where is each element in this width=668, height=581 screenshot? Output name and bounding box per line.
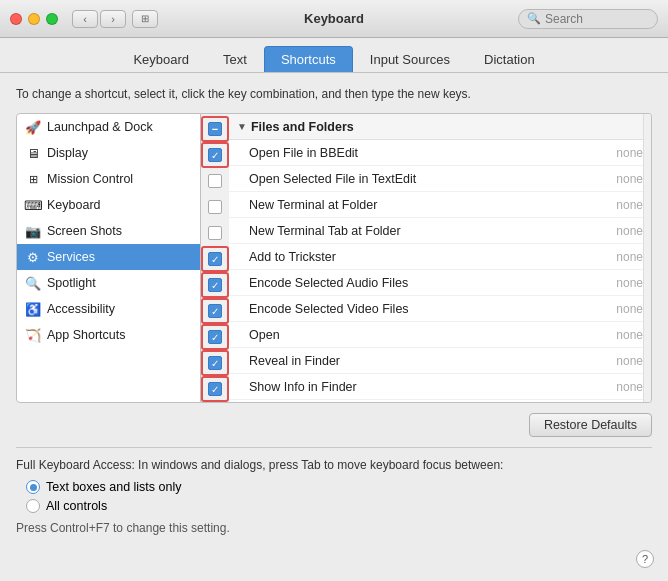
launchpad-icon: 🚀 [25,119,41,135]
forward-button[interactable]: › [100,10,126,28]
shortcut-label-0: Open File in BBEdit [249,146,616,160]
shortcut-row-7[interactable]: Open none [229,322,651,348]
checkbox-row-3[interactable] [201,220,229,246]
sidebar-label-screenshots: Screen Shots [47,224,122,238]
services-icon: ⚙ [25,249,41,265]
checkbox-row-6[interactable]: ✓ [201,298,229,324]
scrollbar[interactable] [643,114,651,402]
shortcut-list: ▼ Files and Folders Open File in BBEdit … [229,113,652,403]
control-hint: Press Control+F7 to change this setting. [16,521,652,535]
shortcut-section-header[interactable]: ▼ Files and Folders [229,114,651,140]
checkbox-header[interactable]: − [201,116,229,142]
shortcut-value-3: none [616,224,643,238]
sidebar-item-screenshots[interactable]: 📷 Screen Shots [17,218,200,244]
sidebar-item-accessibility[interactable]: ♿ Accessibility [17,296,200,322]
shortcut-label-5: Encode Selected Audio Files [249,276,616,290]
checkbox-row-0[interactable]: ✓ [201,142,229,168]
tab-shortcuts[interactable]: Shortcuts [264,46,353,72]
check-icon-0: ✓ [208,148,222,162]
shortcut-row-9[interactable]: Show Info in Finder none [229,374,651,400]
shortcut-label-3: New Terminal Tab at Folder [249,224,616,238]
check-icon-7: ✓ [208,330,222,344]
tab-dictation[interactable]: Dictation [467,46,552,72]
check-icon-2 [208,200,222,214]
sidebar-label-mission-control: Mission Control [47,172,133,186]
tab-keyboard[interactable]: Keyboard [116,46,206,72]
shortcut-value-8: none [616,354,643,368]
shortcut-value-6: none [616,302,643,316]
window-title: Keyboard [304,11,364,26]
keyboard-access-description: Full Keyboard Access: In windows and dia… [16,458,652,472]
accessibility-icon: ♿ [25,301,41,317]
sidebar-item-spotlight[interactable]: 🔍 Spotlight [17,270,200,296]
sidebar-list: 🚀 Launchpad & Dock 🖥 Display ⊞ Mission C… [16,113,201,403]
shortcut-row-4[interactable]: Add to Trickster none [229,244,651,270]
radio-group: Text boxes and lists only All controls [26,480,652,513]
sidebar-item-app-shortcuts[interactable]: 🏹 App Shortcuts [17,322,200,348]
checkbox-row-5[interactable]: ✓ [201,272,229,298]
shortcut-value-7: none [616,328,643,342]
spotlight-icon: 🔍 [25,275,41,291]
checkbox-row-8[interactable]: ✓ [201,350,229,376]
tab-input-sources[interactable]: Input Sources [353,46,467,72]
tab-text[interactable]: Text [206,46,264,72]
checkbox-row-2[interactable] [201,194,229,220]
check-icon-5: ✓ [208,278,222,292]
minimize-button[interactable] [28,13,40,25]
nav-buttons: ‹ › [72,10,126,28]
shortcut-label-9: Show Info in Finder [249,380,616,394]
shortcut-row-1[interactable]: Open Selected File in TextEdit none [229,166,651,192]
checkbox-row-7[interactable]: ✓ [201,324,229,350]
shortcut-value-2: none [616,198,643,212]
sidebar-label-display: Display [47,146,88,160]
search-input[interactable] [545,12,649,26]
radio-label-text-boxes: Text boxes and lists only [46,480,182,494]
sidebar-item-display[interactable]: 🖥 Display [17,140,200,166]
shortcut-label-8: Reveal in Finder [249,354,616,368]
shortcut-label-6: Encode Selected Video Files [249,302,616,316]
sidebar-item-mission-control[interactable]: ⊞ Mission Control [17,166,200,192]
main-content: To change a shortcut, select it, click t… [0,73,668,578]
sidebar-item-services[interactable]: ⚙ Services [17,244,200,270]
description-text: To change a shortcut, select it, click t… [16,85,652,103]
check-icon-6: ✓ [208,304,222,318]
radio-circle-text-boxes [26,480,40,494]
shortcut-label-1: Open Selected File in TextEdit [249,172,616,186]
search-icon: 🔍 [527,12,541,25]
bottom-section: Full Keyboard Access: In windows and dia… [16,447,652,535]
shortcut-row-2[interactable]: New Terminal at Folder none [229,192,651,218]
shortcut-row-8[interactable]: Reveal in Finder none [229,348,651,374]
grid-button[interactable]: ⊞ [132,10,158,28]
check-icon-9: ✓ [208,382,222,396]
sidebar-label-app-shortcuts: App Shortcuts [47,328,126,342]
sidebar-label-services: Services [47,250,95,264]
checkbox-row-4[interactable]: ✓ [201,246,229,272]
sidebar-item-keyboard[interactable]: ⌨ Keyboard [17,192,200,218]
sidebar-label-accessibility: Accessibility [47,302,115,316]
back-button[interactable]: ‹ [72,10,98,28]
shortcut-row-5[interactable]: Encode Selected Audio Files none [229,270,651,296]
shortcut-label-2: New Terminal at Folder [249,198,616,212]
sidebar-item-launchpad[interactable]: 🚀 Launchpad & Dock [17,114,200,140]
radio-label-all-controls: All controls [46,499,107,513]
shortcut-label-7: Open [249,328,616,342]
sidebar-label-launchpad: Launchpad & Dock [47,120,153,134]
radio-all-controls[interactable]: All controls [26,499,652,513]
help-button[interactable]: ? [636,550,654,568]
check-icon-8: ✓ [208,356,222,370]
shortcut-row-6[interactable]: Encode Selected Video Files none [229,296,651,322]
triangle-icon: ▼ [237,121,247,132]
check-icon-1 [208,174,222,188]
checkbox-row-1[interactable] [201,168,229,194]
zoom-button[interactable] [46,13,58,25]
radio-text-boxes[interactable]: Text boxes and lists only [26,480,652,494]
shortcut-row-3[interactable]: New Terminal Tab at Folder none [229,218,651,244]
shortcut-row-0[interactable]: Open File in BBEdit none [229,140,651,166]
keyboard-icon: ⌨ [25,197,41,213]
restore-defaults-button[interactable]: Restore Defaults [529,413,652,437]
checkbox-row-9[interactable]: ✓ [201,376,229,402]
sidebar-label-keyboard: Keyboard [47,198,101,212]
close-button[interactable] [10,13,22,25]
shortcut-value-4: none [616,250,643,264]
search-bar[interactable]: 🔍 [518,9,658,29]
